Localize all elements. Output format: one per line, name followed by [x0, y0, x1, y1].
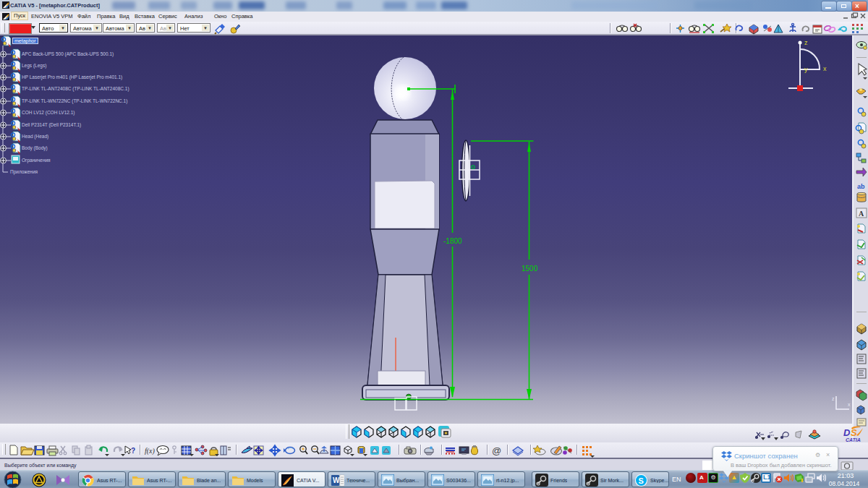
svg-text:W: W	[333, 476, 340, 484]
svg-text:x: x	[848, 402, 851, 407]
svg-text:ab: ab	[857, 183, 865, 190]
svg-text:@: @	[492, 445, 501, 456]
svg-text:?: ?	[131, 447, 135, 455]
svg-text:f(x): f(x)	[145, 447, 156, 455]
svg-text:CATIA: CATIA	[846, 437, 861, 442]
svg-text:D: D	[843, 427, 851, 438]
svg-text:S: S	[639, 476, 644, 485]
svg-text:S: S	[851, 427, 857, 438]
svg-text:y: y	[804, 66, 808, 73]
svg-text:z: z	[804, 39, 808, 46]
svg-text:1500: 1500	[522, 265, 538, 273]
svg-text:-1800: -1800	[443, 237, 462, 245]
svg-text:x: x	[823, 65, 827, 72]
svg-text:A: A	[859, 210, 864, 218]
svg-text:z: z	[832, 396, 835, 401]
